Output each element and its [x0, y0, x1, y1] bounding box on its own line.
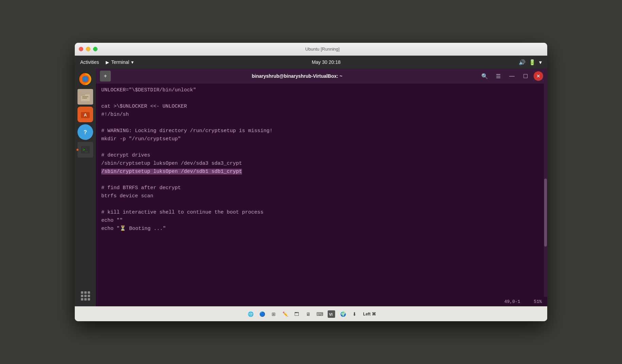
- terminal-line: # WARNING: Locking directory /run/crypts…: [101, 127, 542, 135]
- terminal-menu-arrow: ▾: [131, 59, 134, 65]
- active-indicator: [76, 149, 79, 151]
- title-bar: Ubuntu [Running]: [75, 43, 547, 56]
- traffic-lights: [79, 47, 98, 51]
- main-area: A ? >_: [75, 69, 547, 306]
- terminal-line-highlighted: /sbin/cryptsetup luksOpen /dev/sdb1 sdb1…: [101, 168, 542, 176]
- svg-text:VI: VI: [329, 312, 332, 316]
- sidebar-item-firefox[interactable]: [77, 71, 93, 87]
- system-tray-bottom: 🌐 🔵 ⊞ ✏️ 🗔 🖥 ⌨ VI 🌍 ⬇ Left ⌘: [75, 306, 547, 321]
- sidebar-item-help[interactable]: ?: [77, 124, 93, 140]
- search-button[interactable]: 🔍: [479, 71, 490, 81]
- svg-rect-5: [82, 96, 88, 97]
- grid-dot: [81, 298, 83, 301]
- sidebar-item-appstore[interactable]: A: [77, 107, 93, 122]
- svg-text:>_: >_: [83, 147, 88, 152]
- grid-dot: [88, 295, 90, 297]
- gnome-datetime: May 30 20:18: [134, 59, 519, 65]
- grid-dot: [88, 298, 90, 301]
- window: Ubuntu [Running] Activities ▶ Terminal ▾…: [75, 43, 547, 321]
- tray-network2-icon[interactable]: 🌍: [339, 310, 347, 318]
- grid-dot: [84, 298, 87, 301]
- svg-rect-4: [81, 94, 85, 96]
- tray-bluetooth-icon[interactable]: 🔵: [258, 310, 266, 318]
- terminal-line: [101, 119, 542, 127]
- terminal-line: /sbin/cryptsetup luksOpen /dev/sda3 sda3…: [101, 160, 542, 168]
- terminal-menu-label: Terminal: [111, 59, 129, 65]
- grid-dot: [81, 291, 83, 294]
- grid-dot: [84, 295, 87, 297]
- activities-button[interactable]: Activities: [80, 59, 99, 65]
- close-button[interactable]: [79, 47, 83, 51]
- terminal-menu-button[interactable]: ▶ Terminal ▾: [106, 59, 134, 65]
- terminal-status-bar: 49,0-1 51%: [96, 297, 547, 306]
- terminal-prompt-icon: ▶: [106, 60, 109, 65]
- tray-download-icon[interactable]: ⬇: [350, 310, 359, 318]
- tray-vi-icon[interactable]: VI: [327, 310, 336, 318]
- terminal-title: binaryshrub@binaryshrub-VirtualBox: ~: [115, 73, 479, 79]
- system-menu-icon[interactable]: ▾: [539, 59, 542, 66]
- tray-network-icon[interactable]: 🌐: [246, 310, 255, 318]
- terminal-line: [101, 200, 542, 208]
- terminal-titlebar: + binaryshrub@binaryshrub-VirtualBox: ~ …: [96, 69, 547, 84]
- tray-keyboard-icon[interactable]: ⌨: [315, 310, 324, 318]
- sidebar-item-terminal[interactable]: >_: [77, 142, 93, 158]
- minimize-button[interactable]: [86, 47, 90, 51]
- tray-window-icon[interactable]: 🗔: [292, 310, 301, 318]
- terminal-line: echo "⏳ Booting ...": [101, 225, 542, 233]
- terminal-line: [101, 176, 542, 184]
- terminal-line: # find BTRFS after decrypt: [101, 184, 542, 192]
- maximize-button[interactable]: [93, 47, 98, 51]
- menu-button[interactable]: ☰: [493, 71, 504, 81]
- terminal-window: + binaryshrub@binaryshrub-VirtualBox: ~ …: [96, 69, 547, 306]
- grid-dot: [84, 291, 87, 294]
- show-applications-button[interactable]: [77, 288, 93, 304]
- scroll-percent: 51%: [534, 299, 542, 304]
- cursor-position: 49,0-1: [504, 299, 520, 304]
- gnome-topbar: Activities ▶ Terminal ▾ May 30 20:18 🔊 🔋…: [75, 56, 547, 69]
- window-title: Ubuntu [Running]: [102, 47, 543, 52]
- terminal-line: UNLOCKER="\$DESTDIR/bin/unlock": [101, 86, 542, 94]
- tray-apps-icon[interactable]: ⊞: [269, 310, 278, 318]
- scrollbar-thumb[interactable]: [544, 179, 547, 247]
- terminal-content[interactable]: UNLOCKER="\$DESTDIR/bin/unlock" cat >\$U…: [96, 84, 547, 297]
- terminal-line: btrfs device scan: [101, 192, 542, 200]
- terminal-line: cat >\$UNLOCKER <<- UNLOCKER: [101, 103, 542, 111]
- terminal-actions: 🔍 ☰ — ☐ ✕: [479, 71, 543, 81]
- terminal-line: echo "": [101, 217, 542, 225]
- terminal-line: [101, 143, 542, 151]
- terminal-line: mkdir -p "/run/cryptsetup": [101, 135, 542, 143]
- terminal-line: #!/bin/sh: [101, 111, 542, 119]
- svg-rect-6: [82, 98, 87, 98]
- sidebar: A ? >_: [75, 69, 96, 306]
- grid-dot: [81, 295, 83, 297]
- terminal-line: # kill interactive shell to continue the…: [101, 208, 542, 217]
- tray-clipboard-icon[interactable]: ✏️: [281, 310, 290, 318]
- window-maximize-button[interactable]: ☐: [520, 71, 531, 81]
- sidebar-item-files[interactable]: [77, 89, 93, 105]
- svg-text:A: A: [84, 113, 87, 117]
- keyboard-shortcut-label: Left ⌘: [363, 312, 376, 316]
- svg-text:?: ?: [84, 129, 87, 135]
- new-tab-button[interactable]: +: [100, 71, 111, 81]
- gnome-tray: 🔊 🔋 ▾: [519, 59, 542, 66]
- terminal-line: # decrypt drives: [101, 151, 542, 160]
- tray-display-icon[interactable]: 🖥: [304, 310, 313, 318]
- window-minimize-button[interactable]: —: [506, 71, 517, 81]
- grid-dot: [88, 291, 90, 294]
- terminal-line: [101, 94, 542, 103]
- terminal-close-button[interactable]: ✕: [534, 71, 543, 81]
- volume-icon[interactable]: 🔊: [519, 59, 525, 66]
- battery-icon[interactable]: 🔋: [529, 59, 536, 66]
- scrollbar[interactable]: [544, 84, 547, 297]
